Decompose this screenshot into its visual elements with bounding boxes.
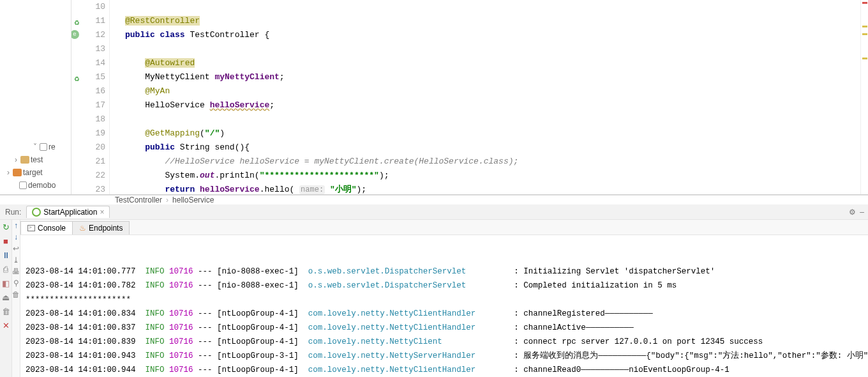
spring-boot-icon — [32, 208, 41, 217]
close-icon[interactable]: × — [100, 208, 104, 217]
exit-icon[interactable]: ⏏ — [0, 291, 11, 303]
pkg-icon — [40, 143, 47, 151]
run-config-name: StartApplication — [43, 208, 97, 217]
run-tool-window: Run: StartApplication × ⚙ – ↻ ■ ⏸ ⎙ ◧ ⏏ … — [0, 204, 868, 377]
run-label: Run: — [0, 208, 26, 217]
tab-endpoints[interactable]: ♨ Endpoints — [72, 221, 130, 235]
spring-bean-icon[interactable]: ♻ — [71, 16, 79, 25]
chevron-right-icon: › — [166, 196, 168, 204]
stop-icon[interactable]: ■ — [0, 235, 11, 247]
up-icon[interactable]: ↑ — [14, 221, 18, 230]
code-line[interactable]: //HelloService helloService = myNettyCli… — [125, 155, 860, 169]
code-line[interactable]: System.out.println("********************… — [125, 169, 860, 183]
breadcrumb-class[interactable]: TestController — [115, 196, 162, 204]
breadcrumb-member[interactable]: helloService — [172, 196, 214, 204]
print-icon[interactable]: 🖶 — [12, 267, 20, 276]
log-line[interactable]: 2023-08-14 14:01:00.782 INFO 10716 --- [… — [26, 279, 868, 293]
run-toolbar-left: ↻ ■ ⏸ ⎙ ◧ ⏏ 🗑 ✕ — [0, 220, 12, 377]
editor-code[interactable]: @RestControllerpublic class TestControll… — [110, 0, 860, 194]
close-run-icon[interactable]: ✕ — [0, 319, 11, 331]
tree-node[interactable]: ˅ re — [0, 141, 71, 153]
endpoint-icon[interactable]: e — [71, 30, 79, 39]
tree-node[interactable]: demobo — [0, 179, 71, 192]
folder-icon — [20, 156, 29, 164]
tree-node[interactable]: › target — [0, 166, 71, 179]
gear-icon[interactable]: ⚙ — [849, 208, 860, 217]
log-line[interactable]: 2023-08-14 14:01:00.839 INFO 10716 --- [… — [26, 335, 868, 349]
run-config-tab[interactable]: StartApplication × — [26, 206, 110, 218]
code-line[interactable]: @RestController — [125, 14, 860, 28]
down-icon[interactable]: ↓ — [14, 233, 18, 242]
log-line[interactable]: 2023-08-14 14:01:00.834 INFO 10716 --- [… — [26, 307, 868, 321]
folder-orange-icon — [13, 169, 22, 176]
log-line[interactable]: ********************** — [26, 293, 868, 307]
tree-node[interactable]: › test — [0, 153, 71, 166]
soft-wrap-icon[interactable]: ↩ — [13, 244, 19, 253]
code-line[interactable]: @MyAn — [125, 84, 860, 98]
code-line[interactable]: public String send(){ — [125, 141, 860, 155]
console-toolbar: ↑ ↓ ↩ ⤓ 🖶 ⚲ 🗑 — [12, 220, 20, 377]
console-icon — [27, 225, 35, 231]
pkg-icon — [19, 181, 27, 189]
dump-icon[interactable]: ⎙ — [0, 263, 11, 275]
code-line[interactable] — [125, 42, 860, 56]
code-line[interactable] — [125, 112, 860, 127]
code-line[interactable]: @Autowired — [125, 56, 860, 70]
clear-icon[interactable]: 🗑 — [12, 290, 20, 299]
log-line[interactable]: 2023-08-14 14:01:00.837 INFO 10716 --- [… — [26, 321, 868, 335]
overview-ruler[interactable] — [860, 0, 868, 194]
spring-bean-icon[interactable]: ♻ — [71, 72, 79, 81]
layout-icon[interactable]: ◧ — [0, 277, 11, 289]
trash-icon[interactable]: 🗑 — [0, 305, 11, 317]
filter-icon[interactable]: ⚲ — [13, 279, 19, 288]
flame-icon: ♨ — [79, 224, 86, 233]
tab-console[interactable]: Console — [20, 221, 73, 235]
editor-gutter: 1011♻12e131415♻1617181920212223 — [71, 0, 110, 194]
breadcrumb[interactable]: TestController › helloService — [0, 195, 868, 204]
code-line[interactable] — [125, 0, 860, 14]
code-editor[interactable]: 1011♻12e131415♻1617181920212223 @RestCon… — [71, 0, 868, 194]
log-line[interactable]: 2023-08-14 14:01:00.943 INFO 10716 --- [… — [26, 349, 868, 363]
code-line[interactable]: HelloService helloService; — [125, 98, 860, 112]
code-line[interactable]: return helloService.hello( name: "小明"); — [125, 183, 860, 194]
console-output[interactable]: 2023-08-14 14:01:00.777 INFO 10716 --- [… — [20, 235, 868, 377]
code-line[interactable]: @GetMapping("/") — [125, 127, 860, 141]
pause-icon[interactable]: ⏸ — [0, 249, 11, 261]
project-tree[interactable]: ˅ re› test› target demobo — [0, 0, 71, 194]
log-line[interactable]: 2023-08-14 14:01:00.777 INFO 10716 --- [… — [26, 265, 868, 279]
hide-icon[interactable]: – — [860, 208, 868, 217]
log-line[interactable]: 2023-08-14 14:01:00.944 INFO 10716 --- [… — [26, 363, 868, 377]
code-line[interactable]: public class TestController { — [125, 28, 860, 42]
rerun-icon[interactable]: ↻ — [0, 221, 11, 233]
code-line[interactable]: MyNettyClient myNettyClient; — [125, 70, 860, 84]
scroll-end-icon[interactable]: ⤓ — [13, 256, 19, 265]
